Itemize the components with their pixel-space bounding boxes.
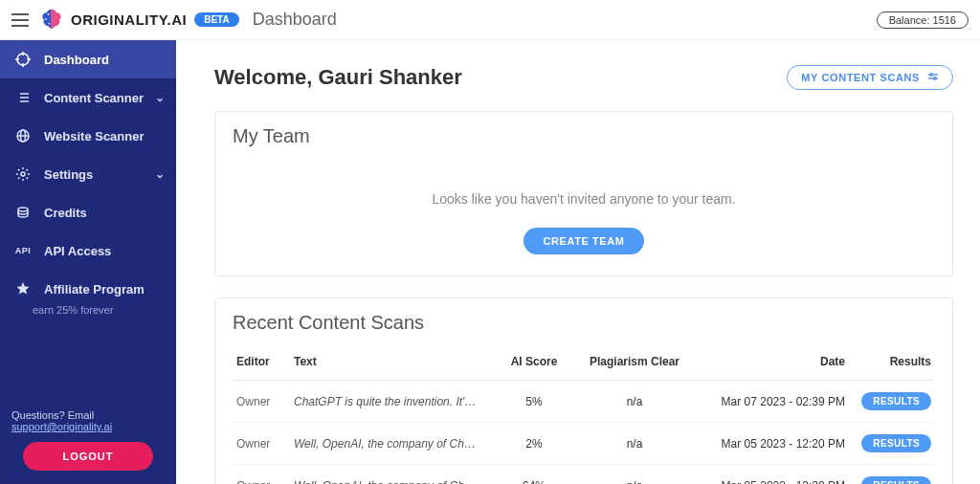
crosshair-icon [11,52,34,67]
menu-toggle-icon[interactable] [11,13,29,27]
sidebar-item-sub: earn 25% forever [33,304,176,316]
table-row: OwnerChatGPT is quite the invention. It'… [233,381,935,423]
chevron-down-icon: ⌄ [155,91,165,104]
cell-plagiarism: n/a [577,437,692,451]
coins-icon [11,205,34,220]
my-content-scans-label: MY CONTENT SCANS [801,72,920,83]
cell-text: ChatGPT is quite the invention. It's got… [294,395,491,408]
cell-date: Mar 05 2023 - 12:20 PM [692,437,845,451]
cell-results: RESULTS [845,434,931,452]
logout-button[interactable]: LOGOUT [23,442,153,471]
sidebar-item-label: Website Scanner [44,129,145,143]
sidebar-item-website-scanner[interactable]: Website Scanner [0,117,176,155]
cell-editor: Owner [236,395,294,408]
recent-scans-title: Recent Content Scans [233,312,935,334]
sidebar-item-api-access[interactable]: APIAPI Access [0,231,176,270]
recent-scans-card: Recent Content Scans Editor Text AI Scor… [214,297,953,484]
help-prefix: Questions? Email [11,409,94,421]
sliders-icon [927,72,939,83]
svg-point-1 [45,18,47,20]
sidebar-item-label: Dashboard [44,53,109,67]
beta-badge: BETA [194,12,238,27]
globe-icon [11,128,34,143]
svg-point-0 [48,13,50,15]
star-icon [11,281,34,297]
help-email-link[interactable]: support@originality.ai [11,421,112,432]
svg-point-18 [18,208,28,211]
cell-text: Well, OpenAI, the company of ChatGPT has… [294,437,491,451]
sidebar-item-credits[interactable]: Credits [0,193,176,231]
cell-ai-score: 5% [491,395,577,408]
sidebar-item-label: Affiliate Program [44,282,145,297]
sidebar-item-affiliate-program[interactable]: Affiliate Program [0,270,176,308]
svg-point-2 [49,22,51,24]
svg-point-17 [21,172,25,176]
my-content-scans-button[interactable]: MY CONTENT SCANS [787,65,953,90]
th-plagiarism: Plagiarism Clear [577,355,692,368]
svg-point-22 [934,77,936,79]
svg-point-20 [930,74,932,76]
sidebar-item-label: API Access [44,244,111,258]
results-button[interactable]: RESULTS [861,392,931,410]
th-text: Text [294,355,491,368]
cell-editor: Owner [236,437,294,451]
cell-date: Mar 05 2023 - 12:20 PM [692,479,845,485]
table-header: Editor Text AI Score Plagiarism Clear Da… [233,343,935,381]
create-team-button[interactable]: CREATE TEAM [523,228,643,254]
sidebar-item-label: Credits [44,206,87,220]
cell-plagiarism: n/a [577,395,692,408]
th-date: Date [692,355,845,368]
main-content: Welcome, Gauri Shanker MY CONTENT SCANS … [176,40,980,484]
sidebar-item-label: Settings [44,167,93,182]
cell-ai-score: 2% [491,437,577,451]
welcome-heading: Welcome, Gauri Shanker [214,65,462,90]
sidebar-item-dashboard[interactable]: Dashboard [0,40,176,78]
sidebar-item-label: Content Scanner [44,91,144,105]
cell-ai-score: 64% [491,479,577,485]
my-team-empty-text: Looks like you haven't invited anyone to… [233,191,935,207]
table-row: OwnerWell, OpenAI, the company of ChatGP… [233,465,935,484]
welcome-name: Gauri Shanker [318,65,461,89]
th-results: Results [845,355,931,368]
sidebar: DashboardContent Scanner⌄Website Scanner… [0,40,176,484]
th-editor: Editor [236,355,294,368]
results-button[interactable]: RESULTS [861,476,931,484]
th-ai-score: AI Score [491,355,577,368]
topbar: ORIGINALITY.AI BETA Dashboard Balance: 1… [0,0,980,40]
cell-date: Mar 07 2023 - 02:39 PM [692,395,845,408]
help-line: Questions? Email support@originality.ai … [0,400,176,484]
cell-results: RESULTS [845,392,931,410]
balance-badge[interactable]: Balance: 1516 [877,11,969,29]
my-team-title: My Team [233,125,935,147]
chevron-down-icon: ⌄ [155,167,165,181]
sidebar-item-content-scanner[interactable]: Content Scanner⌄ [0,78,176,117]
cell-editor: Owner [236,479,294,485]
welcome-prefix: Welcome, [214,65,318,89]
table-row: OwnerWell, OpenAI, the company of ChatGP… [233,423,935,465]
sidebar-item-settings[interactable]: Settings⌄ [0,155,176,193]
my-team-card: My Team Looks like you haven't invited a… [214,111,953,276]
page-title: Dashboard [253,10,337,30]
cell-plagiarism: n/a [577,479,692,485]
list-icon [11,90,34,105]
results-button[interactable]: RESULTS [861,434,931,452]
cell-results: RESULTS [845,476,931,484]
logo-brain-icon [38,7,65,33]
api-icon: API [11,246,34,255]
gear-icon [11,166,34,182]
brand-name: ORIGINALITY.AI [71,11,187,28]
cell-text: Well, OpenAI, the company of ChatGPT has… [294,479,491,485]
